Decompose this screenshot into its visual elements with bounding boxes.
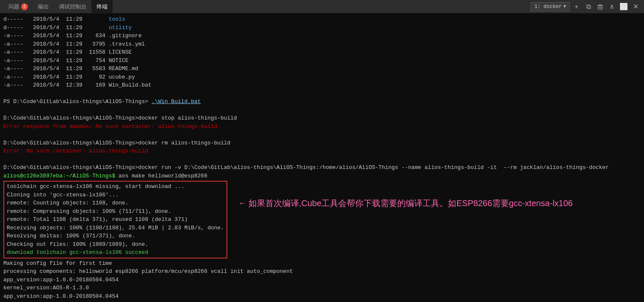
- error-line: Error response from daemon: No such cont…: [3, 122, 641, 131]
- list-item: remote: Total 1108 (delta 371), reused 1…: [7, 215, 224, 224]
- cmd-line: D:\Code\GitLab\alios-things\AliOS-Things…: [3, 114, 641, 122]
- add-terminal-button[interactable]: +: [571, 2, 582, 12]
- trash-icon: [597, 4, 603, 10]
- toolbar-right: 1: docker ▼ + ⧉ ∧ ⬜ ✕: [531, 2, 641, 12]
- inner-prompt-line: alios@c126e3897eba:~/AliOS-Things$ aos m…: [3, 172, 641, 180]
- list-item: -a---- 2018/5/4 12:39 169 Win_Build.bat: [3, 81, 641, 90]
- docker-selector[interactable]: 1: docker ▼: [531, 2, 570, 11]
- annotation-text: 如果首次编译,Cube工具会帮你下载需要的编译工具。如ESP8266需要gcc-…: [248, 198, 573, 209]
- tab-debug-console-label: 调试控制台: [59, 3, 86, 11]
- list-item: Receiving objects: 100% (1108/1108), 25.…: [7, 224, 224, 232]
- list-item: d----- 2018/5/4 11:29 tools: [3, 15, 641, 24]
- tab-debug-console[interactable]: 调试控制台: [54, 0, 92, 14]
- list-item: -a---- 2018/5/4 11:29 11558 LICENSE: [3, 48, 641, 57]
- docker-run-line: D:\Code\GitLab\alios-things\AliOS-Things…: [3, 163, 641, 172]
- list-item: download toolchain gcc-xtensa-lx106 succ…: [7, 248, 224, 257]
- list-item: toolchain gcc-xtensa-lx106 missing, star…: [7, 182, 224, 191]
- trash-button[interactable]: [595, 2, 605, 12]
- chevron-up-button[interactable]: ∧: [607, 2, 617, 12]
- list-item: Checking out files: 100% (1089/1089), do…: [7, 240, 224, 249]
- split-terminal-button[interactable]: ⧉: [583, 2, 593, 12]
- list-item: -a---- 2018/5/4 11:29 754 NOTICE: [3, 57, 641, 65]
- list-item: -a---- 2018/5/4 11:29 3795 .travis.yml: [3, 40, 641, 49]
- tab-bar: 问题 2 输出 调试控制台 终端 1: docker ▼ + ⧉ ∧: [0, 0, 644, 14]
- chevron-up-icon: ∧: [609, 3, 614, 11]
- list-item: app_version:app-1.0.0-20180504.0454: [3, 276, 641, 284]
- list-item: d----- 2018/5/4 11:29 utility: [3, 24, 641, 32]
- list-item: Cloning into 'gcc-xtensa-lx106'...: [7, 191, 224, 199]
- terminal-output[interactable]: d----- 2018/5/4 11:29 toolsd----- 2018/5…: [0, 14, 644, 302]
- list-item: kernel_version:AOS-R-1.3.0: [3, 300, 641, 302]
- issues-badge: 2: [21, 3, 28, 10]
- list-item: -a---- 2018/5/4 11:29 5583 README.md: [3, 65, 641, 73]
- tab-issues-label: 问题: [8, 3, 19, 11]
- list-item: -a---- 2018/5/4 11:29 634 .gitignore: [3, 32, 641, 40]
- maximize-button[interactable]: ⬜: [619, 2, 629, 12]
- list-item: app_version:app-1.0.0-20180504.0454: [3, 292, 641, 301]
- tab-terminal-label: 终端: [97, 3, 108, 11]
- list-item: Resolving deltas: 100% (371/371), done.: [7, 232, 224, 240]
- close-icon: ✕: [633, 3, 639, 11]
- cmd-line: D:\Code\GitLab\alios-things\AliOS-Things…: [3, 139, 641, 147]
- dropdown-arrow-icon: ▼: [563, 4, 566, 9]
- prompt-line: PS D:\Code\GitLab\alios-things\AliOS-Thi…: [3, 98, 641, 106]
- maximize-icon: ⬜: [620, 3, 628, 11]
- list-item: remote: Counting objects: 1108, done.: [7, 199, 224, 207]
- list-item: processing components: helloworld esp826…: [3, 267, 641, 276]
- list-item: -a---- 2018/5/4 11:29 92 ucube.py: [3, 73, 641, 82]
- error-line: Error: No such container: alios-things-b…: [3, 147, 641, 155]
- close-panel-button[interactable]: ✕: [631, 2, 641, 12]
- arrow-icon: ←: [240, 199, 245, 208]
- toolchain-highlight-box: toolchain gcc-xtensa-lx106 missing, star…: [3, 181, 227, 258]
- list-item: Making config file for first time: [3, 259, 641, 268]
- highlight-annotation-row: toolchain gcc-xtensa-lx106 missing, star…: [3, 181, 641, 258]
- list-item: kernel_version:AOS-R-1.3.0: [3, 284, 641, 292]
- tab-output-label: 输出: [38, 3, 49, 11]
- list-item: remote: Compressing objects: 100% (711/7…: [7, 207, 224, 216]
- tab-terminal[interactable]: 终端: [92, 0, 113, 14]
- tab-output[interactable]: 输出: [33, 0, 54, 14]
- annotation-section: ←如果首次编译,Cube工具会帮你下载需要的编译工具。如ESP8266需要gcc…: [240, 198, 573, 209]
- tab-issues[interactable]: 问题 2: [3, 0, 33, 14]
- docker-selector-label: 1: docker: [534, 4, 562, 10]
